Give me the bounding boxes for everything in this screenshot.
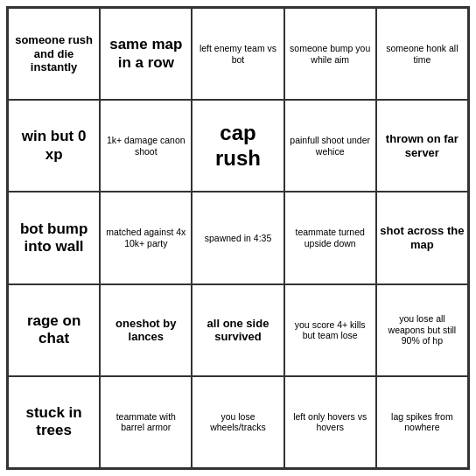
cell-2: left enemy team vs bot <box>192 8 284 100</box>
bingo-board: someone rush and die instantlysame map i… <box>6 6 470 470</box>
cell-9: thrown on far server <box>376 100 468 192</box>
cell-13: teammate turned upside down <box>284 192 376 284</box>
cell-11: matched against 4x 10k+ party <box>100 192 192 284</box>
cell-17: all one side survived <box>192 284 284 376</box>
cell-23: left only hovers vs hovers <box>284 376 376 468</box>
cell-19: you lose all weapons but still 90% of hp <box>376 284 468 376</box>
cell-7: cap rush <box>192 100 284 192</box>
cell-0: someone rush and die instantly <box>8 8 100 100</box>
cell-12: spawned in 4:35 <box>192 192 284 284</box>
cell-15: rage on chat <box>8 284 100 376</box>
cell-4: someone honk all time <box>376 8 468 100</box>
cell-3: someone bump you while aim <box>284 8 376 100</box>
cell-10: bot bump into wall <box>8 192 100 284</box>
cell-6: 1k+ damage canon shoot <box>100 100 192 192</box>
cell-8: painfull shoot under wehice <box>284 100 376 192</box>
cell-5: win but 0 xp <box>8 100 100 192</box>
cell-1: same map in a row <box>100 8 192 100</box>
cell-16: oneshot by lances <box>100 284 192 376</box>
cell-14: shot across the map <box>376 192 468 284</box>
cell-24: lag spikes from nowhere <box>376 376 468 468</box>
cell-18: you score 4+ kills but team lose <box>284 284 376 376</box>
cell-22: you lose wheels/tracks <box>192 376 284 468</box>
cell-21: teammate with barrel armor <box>100 376 192 468</box>
cell-20: stuck in trees <box>8 376 100 468</box>
